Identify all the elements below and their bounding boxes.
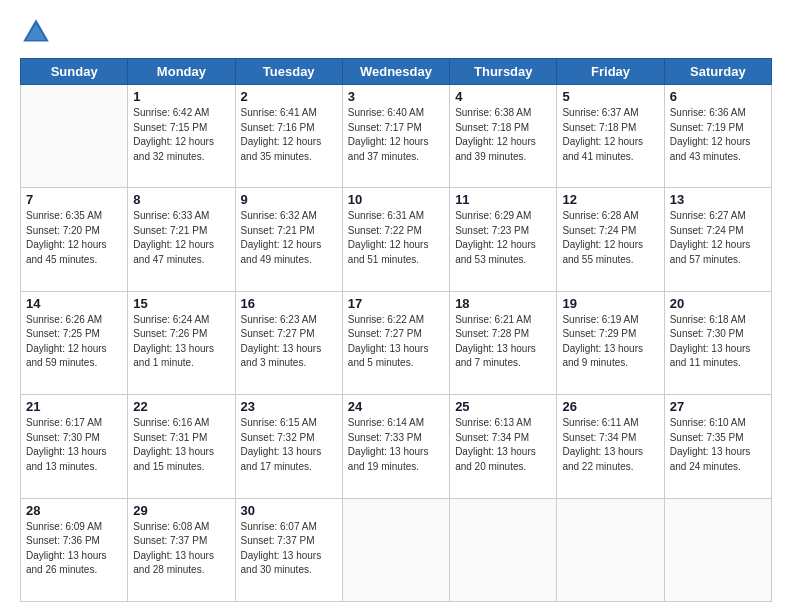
day-number: 5 — [562, 89, 658, 104]
day-info: Sunrise: 6:36 AMSunset: 7:19 PMDaylight:… — [670, 106, 766, 164]
day-info: Sunrise: 6:21 AMSunset: 7:28 PMDaylight:… — [455, 313, 551, 371]
day-info: Sunrise: 6:32 AMSunset: 7:21 PMDaylight:… — [241, 209, 337, 267]
calendar-week-2: 7Sunrise: 6:35 AMSunset: 7:20 PMDaylight… — [21, 188, 772, 291]
calendar-cell: 6Sunrise: 6:36 AMSunset: 7:19 PMDaylight… — [664, 85, 771, 188]
day-info: Sunrise: 6:26 AMSunset: 7:25 PMDaylight:… — [26, 313, 122, 371]
calendar-cell: 30Sunrise: 6:07 AMSunset: 7:37 PMDayligh… — [235, 498, 342, 601]
day-number: 18 — [455, 296, 551, 311]
day-info: Sunrise: 6:41 AMSunset: 7:16 PMDaylight:… — [241, 106, 337, 164]
day-info: Sunrise: 6:17 AMSunset: 7:30 PMDaylight:… — [26, 416, 122, 474]
day-number: 14 — [26, 296, 122, 311]
calendar-cell: 18Sunrise: 6:21 AMSunset: 7:28 PMDayligh… — [450, 291, 557, 394]
calendar-cell: 21Sunrise: 6:17 AMSunset: 7:30 PMDayligh… — [21, 395, 128, 498]
day-number: 27 — [670, 399, 766, 414]
day-info: Sunrise: 6:33 AMSunset: 7:21 PMDaylight:… — [133, 209, 229, 267]
col-header-wednesday: Wednesday — [342, 59, 449, 85]
calendar-table: SundayMondayTuesdayWednesdayThursdayFrid… — [20, 58, 772, 602]
calendar-cell — [21, 85, 128, 188]
day-info: Sunrise: 6:27 AMSunset: 7:24 PMDaylight:… — [670, 209, 766, 267]
day-number: 12 — [562, 192, 658, 207]
day-info: Sunrise: 6:18 AMSunset: 7:30 PMDaylight:… — [670, 313, 766, 371]
day-number: 11 — [455, 192, 551, 207]
day-number: 20 — [670, 296, 766, 311]
day-info: Sunrise: 6:10 AMSunset: 7:35 PMDaylight:… — [670, 416, 766, 474]
day-info: Sunrise: 6:09 AMSunset: 7:36 PMDaylight:… — [26, 520, 122, 578]
day-info: Sunrise: 6:24 AMSunset: 7:26 PMDaylight:… — [133, 313, 229, 371]
calendar-cell: 17Sunrise: 6:22 AMSunset: 7:27 PMDayligh… — [342, 291, 449, 394]
calendar-cell: 5Sunrise: 6:37 AMSunset: 7:18 PMDaylight… — [557, 85, 664, 188]
calendar-cell: 22Sunrise: 6:16 AMSunset: 7:31 PMDayligh… — [128, 395, 235, 498]
day-number: 30 — [241, 503, 337, 518]
logo — [20, 16, 56, 48]
day-number: 25 — [455, 399, 551, 414]
day-info: Sunrise: 6:07 AMSunset: 7:37 PMDaylight:… — [241, 520, 337, 578]
calendar-cell: 8Sunrise: 6:33 AMSunset: 7:21 PMDaylight… — [128, 188, 235, 291]
header — [20, 16, 772, 48]
day-info: Sunrise: 6:08 AMSunset: 7:37 PMDaylight:… — [133, 520, 229, 578]
day-number: 29 — [133, 503, 229, 518]
calendar-cell: 27Sunrise: 6:10 AMSunset: 7:35 PMDayligh… — [664, 395, 771, 498]
day-info: Sunrise: 6:38 AMSunset: 7:18 PMDaylight:… — [455, 106, 551, 164]
calendar-cell: 19Sunrise: 6:19 AMSunset: 7:29 PMDayligh… — [557, 291, 664, 394]
calendar-week-1: 1Sunrise: 6:42 AMSunset: 7:15 PMDaylight… — [21, 85, 772, 188]
day-info: Sunrise: 6:14 AMSunset: 7:33 PMDaylight:… — [348, 416, 444, 474]
calendar-cell: 2Sunrise: 6:41 AMSunset: 7:16 PMDaylight… — [235, 85, 342, 188]
calendar-cell: 20Sunrise: 6:18 AMSunset: 7:30 PMDayligh… — [664, 291, 771, 394]
day-number: 24 — [348, 399, 444, 414]
col-header-sunday: Sunday — [21, 59, 128, 85]
col-header-monday: Monday — [128, 59, 235, 85]
col-header-saturday: Saturday — [664, 59, 771, 85]
calendar-cell: 14Sunrise: 6:26 AMSunset: 7:25 PMDayligh… — [21, 291, 128, 394]
logo-icon — [20, 16, 52, 48]
page: SundayMondayTuesdayWednesdayThursdayFrid… — [0, 0, 792, 612]
day-number: 21 — [26, 399, 122, 414]
day-info: Sunrise: 6:35 AMSunset: 7:20 PMDaylight:… — [26, 209, 122, 267]
calendar-cell: 7Sunrise: 6:35 AMSunset: 7:20 PMDaylight… — [21, 188, 128, 291]
col-header-tuesday: Tuesday — [235, 59, 342, 85]
day-number: 8 — [133, 192, 229, 207]
day-number: 3 — [348, 89, 444, 104]
calendar-cell — [557, 498, 664, 601]
calendar-cell — [450, 498, 557, 601]
calendar-week-4: 21Sunrise: 6:17 AMSunset: 7:30 PMDayligh… — [21, 395, 772, 498]
calendar-cell: 25Sunrise: 6:13 AMSunset: 7:34 PMDayligh… — [450, 395, 557, 498]
calendar-cell: 12Sunrise: 6:28 AMSunset: 7:24 PMDayligh… — [557, 188, 664, 291]
day-info: Sunrise: 6:23 AMSunset: 7:27 PMDaylight:… — [241, 313, 337, 371]
day-number: 15 — [133, 296, 229, 311]
day-number: 4 — [455, 89, 551, 104]
calendar-cell: 29Sunrise: 6:08 AMSunset: 7:37 PMDayligh… — [128, 498, 235, 601]
day-number: 17 — [348, 296, 444, 311]
day-info: Sunrise: 6:42 AMSunset: 7:15 PMDaylight:… — [133, 106, 229, 164]
day-number: 23 — [241, 399, 337, 414]
calendar-cell: 15Sunrise: 6:24 AMSunset: 7:26 PMDayligh… — [128, 291, 235, 394]
day-number: 10 — [348, 192, 444, 207]
calendar-week-3: 14Sunrise: 6:26 AMSunset: 7:25 PMDayligh… — [21, 291, 772, 394]
day-number: 22 — [133, 399, 229, 414]
day-number: 2 — [241, 89, 337, 104]
calendar-header-row: SundayMondayTuesdayWednesdayThursdayFrid… — [21, 59, 772, 85]
day-info: Sunrise: 6:15 AMSunset: 7:32 PMDaylight:… — [241, 416, 337, 474]
day-info: Sunrise: 6:22 AMSunset: 7:27 PMDaylight:… — [348, 313, 444, 371]
day-info: Sunrise: 6:28 AMSunset: 7:24 PMDaylight:… — [562, 209, 658, 267]
calendar-cell: 26Sunrise: 6:11 AMSunset: 7:34 PMDayligh… — [557, 395, 664, 498]
day-number: 26 — [562, 399, 658, 414]
calendar-cell — [342, 498, 449, 601]
day-info: Sunrise: 6:40 AMSunset: 7:17 PMDaylight:… — [348, 106, 444, 164]
calendar-cell: 4Sunrise: 6:38 AMSunset: 7:18 PMDaylight… — [450, 85, 557, 188]
calendar-cell: 23Sunrise: 6:15 AMSunset: 7:32 PMDayligh… — [235, 395, 342, 498]
calendar-cell: 13Sunrise: 6:27 AMSunset: 7:24 PMDayligh… — [664, 188, 771, 291]
calendar-week-5: 28Sunrise: 6:09 AMSunset: 7:36 PMDayligh… — [21, 498, 772, 601]
calendar-cell: 24Sunrise: 6:14 AMSunset: 7:33 PMDayligh… — [342, 395, 449, 498]
calendar-cell: 11Sunrise: 6:29 AMSunset: 7:23 PMDayligh… — [450, 188, 557, 291]
calendar-cell: 3Sunrise: 6:40 AMSunset: 7:17 PMDaylight… — [342, 85, 449, 188]
day-number: 28 — [26, 503, 122, 518]
day-info: Sunrise: 6:37 AMSunset: 7:18 PMDaylight:… — [562, 106, 658, 164]
calendar-cell: 16Sunrise: 6:23 AMSunset: 7:27 PMDayligh… — [235, 291, 342, 394]
day-number: 9 — [241, 192, 337, 207]
day-number: 16 — [241, 296, 337, 311]
day-info: Sunrise: 6:31 AMSunset: 7:22 PMDaylight:… — [348, 209, 444, 267]
day-info: Sunrise: 6:16 AMSunset: 7:31 PMDaylight:… — [133, 416, 229, 474]
day-info: Sunrise: 6:19 AMSunset: 7:29 PMDaylight:… — [562, 313, 658, 371]
day-number: 1 — [133, 89, 229, 104]
calendar-cell: 28Sunrise: 6:09 AMSunset: 7:36 PMDayligh… — [21, 498, 128, 601]
